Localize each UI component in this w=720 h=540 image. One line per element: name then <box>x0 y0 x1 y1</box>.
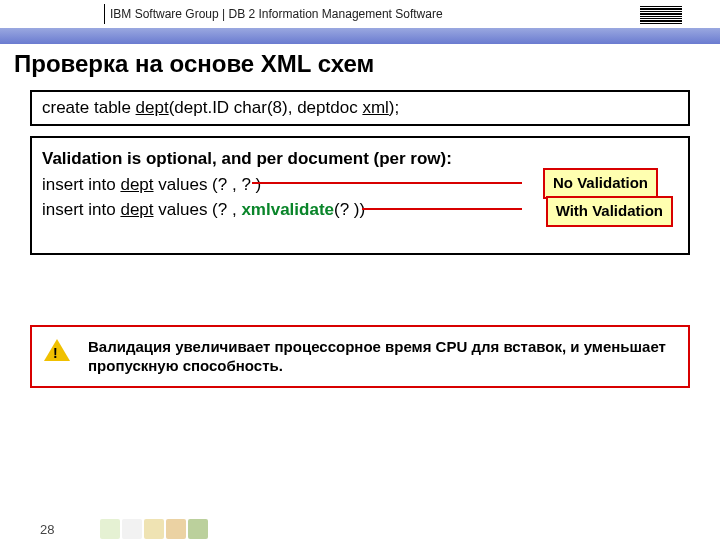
text: insert into <box>42 200 120 219</box>
header-blue-bar <box>0 28 720 44</box>
xmlvalidate-keyword: xmlvalidate <box>241 200 334 219</box>
connector-line-icon <box>252 182 522 184</box>
text: insert into <box>42 175 120 194</box>
warning-triangle-icon <box>44 339 70 361</box>
text: values (? , <box>154 200 242 219</box>
ibm-logo-icon <box>640 6 682 22</box>
validation-box: Validation is optional, and per document… <box>30 136 690 255</box>
header-breadcrumb: IBM Software Group | DB 2 Information Ma… <box>110 7 443 21</box>
text: dept <box>136 98 169 117</box>
text: (? )) <box>334 200 365 219</box>
header-bar: IBM Software Group | DB 2 Information Ma… <box>0 0 720 28</box>
text: dept <box>120 200 153 219</box>
with-validation-callout: With Validation <box>546 196 673 227</box>
text: xml <box>362 98 388 117</box>
footer-decoration-icon <box>100 519 208 539</box>
text: ); <box>389 98 399 117</box>
slide-title: Проверка на основе XML схем <box>0 44 720 84</box>
no-validation-callout: No Validation <box>543 168 658 199</box>
text: dept <box>120 175 153 194</box>
text: values (? , ? ) <box>154 175 262 194</box>
page-number: 28 <box>0 522 100 537</box>
text: (dept.ID char(8), deptdoc <box>169 98 363 117</box>
connector-line-icon <box>362 208 522 210</box>
sql-create-box: create table dept(dept.ID char(8), deptd… <box>30 90 690 126</box>
text: create table <box>42 98 136 117</box>
footer: 28 <box>0 518 720 540</box>
warning-text: Валидация увеличивает процессорное время… <box>88 338 666 375</box>
warning-box: Валидация увеличивает процессорное время… <box>30 325 690 388</box>
header-divider <box>104 4 105 24</box>
